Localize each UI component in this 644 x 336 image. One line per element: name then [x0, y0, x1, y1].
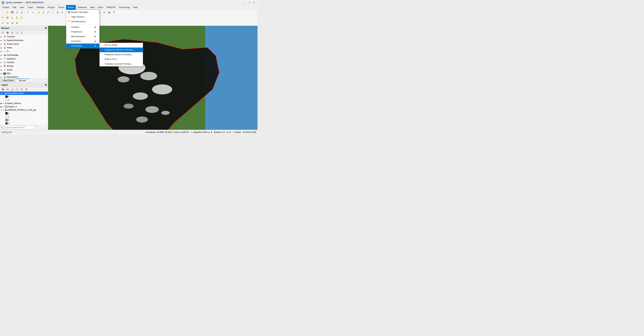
- history-btn[interactable]: 📜: [20, 15, 24, 20]
- menu-mmqgis[interactable]: MMQGIS: [105, 5, 117, 10]
- zoom-out-btn[interactable]: 🔎: [46, 10, 50, 14]
- maximize-button[interactable]: □: [248, 1, 252, 4]
- layers-open-attr-btn[interactable]: 📊: [10, 87, 14, 92]
- undo-btn[interactable]: ↩: [26, 10, 30, 14]
- browser-info-btn[interactable]: ℹ: [20, 30, 24, 35]
- magnifier-display[interactable]: 🔍 Magnifier 100% ▲ ▼: [190, 131, 212, 134]
- raster-menu-analysis[interactable]: Analysis ▶: [66, 25, 100, 29]
- reclassified-check[interactable]: ✓: [3, 92, 4, 94]
- browser-c-drive[interactable]: ▶ 📁 C:\: [0, 50, 48, 53]
- browser-mssql[interactable]: ▶ 🗄 MSSQL: [0, 64, 48, 68]
- browser-project-home[interactable]: ▶ 🏠 Project Home: [0, 42, 48, 46]
- layers-filter-btn[interactable]: 🔍: [15, 87, 19, 92]
- new-project-btn[interactable]: 📄: [1, 10, 5, 14]
- raster-menu-georef[interactable]: 📍 Georeferencer...: [66, 19, 100, 24]
- layers-settings-btn[interactable]: ⚙: [24, 87, 28, 92]
- submenu-polygonize[interactable]: → Polygonize (Raster to Vector)...: [100, 47, 143, 52]
- raster-menu-conversion[interactable]: Conversion ▶ → PCT to RGB... → Polygoniz…: [66, 43, 100, 48]
- snap2-btn[interactable]: ◎: [5, 21, 10, 25]
- browser-geopackage[interactable]: ▶ 📦 GeoPackage: [0, 53, 48, 57]
- layer-laplata[interactable]: ▶ ✓ ⬟ laplata_landuse: [0, 102, 48, 105]
- save-as-btn[interactable]: 📋: [15, 10, 19, 14]
- menu-plugins[interactable]: Plugins: [46, 5, 56, 10]
- menu-web[interactable]: Web: [88, 5, 96, 10]
- browser-home[interactable]: ▶ 🏠 Home: [0, 46, 48, 50]
- browser-resize-icon[interactable]: ⊞: [45, 27, 46, 29]
- rotation-display[interactable]: Rotation 0.0 ° ▲ ▼: [214, 131, 231, 134]
- raster-menu-miscellaneous[interactable]: Miscellaneous ▶: [66, 34, 100, 39]
- identify-btn[interactable]: ℹ: [60, 10, 64, 14]
- menu-processing[interactable]: Processing: [117, 5, 132, 10]
- print-btn[interactable]: 🖨: [20, 10, 24, 14]
- magnifier-up[interactable]: ▲: [208, 131, 210, 134]
- help-btn[interactable]: ❓: [112, 10, 116, 14]
- zoom-layer-btn[interactable]: ⊕: [55, 10, 60, 14]
- browser-spatialite[interactable]: ▶ 💎 SpatiaLite: [0, 57, 48, 61]
- raster-menu-calculator[interactable]: 🔢 Raster Calculator...: [66, 10, 100, 14]
- browser-wms-wmts[interactable]: ▶ 🌐 WMS/WMTS: [0, 75, 48, 79]
- snap3-btn[interactable]: ⊗: [10, 21, 14, 25]
- menu-edit[interactable]: Edit: [11, 5, 18, 10]
- browser-oracle[interactable]: ▶ ● Oracle: [0, 68, 48, 72]
- layers-resize-icon[interactable]: ⊞: [45, 84, 46, 86]
- menu-project[interactable]: Project: [1, 5, 11, 10]
- submenu-pct-to-rgb[interactable]: → PCT to RGB...: [100, 43, 143, 47]
- browser-refresh-btn[interactable]: ↻: [1, 30, 5, 35]
- style-btn[interactable]: 🎨: [5, 15, 10, 20]
- raster-menu-projections[interactable]: Projections ▶: [66, 29, 100, 34]
- locate-input[interactable]: [4, 126, 34, 129]
- submenu-rgb-to-pct[interactable]: → RGB to PCT...: [100, 57, 143, 62]
- render-toggle[interactable]: ✓ Render: [232, 131, 241, 134]
- close-button[interactable]: ✕: [252, 1, 256, 4]
- raster-menu-extraction[interactable]: Extraction ▶: [66, 39, 100, 43]
- plugin-btn[interactable]: 🔌: [107, 10, 111, 14]
- zoom-extent-btn[interactable]: ⬜: [51, 10, 55, 14]
- label-btn[interactable]: 🏷: [102, 10, 106, 14]
- raster-menu-align[interactable]: ⚡ Align Rasters...: [66, 14, 100, 19]
- open-project-btn[interactable]: 📂: [5, 10, 10, 14]
- layer-polygon-3[interactable]: ▶ ✓ polygon_3: [0, 105, 48, 108]
- browser-collapse-btn[interactable]: ⊟: [10, 30, 14, 35]
- menu-layer[interactable]: Layer: [26, 5, 35, 10]
- rotation-up[interactable]: ▲: [226, 131, 228, 134]
- scale-display[interactable]: Scale 1:214678 ▾: [174, 131, 189, 134]
- menu-vector[interactable]: Vector: [56, 5, 66, 10]
- browser-postgis[interactable]: ▶ 🐘 PostGIS: [0, 61, 48, 64]
- minimize-button[interactable]: ─: [243, 1, 247, 4]
- python-btn[interactable]: 🐍: [15, 15, 19, 20]
- pan-btn[interactable]: ✋: [36, 10, 41, 14]
- layer-w060[interactable]: ▼ ✓ ▦ W060S20_PROBAV_LC100_glo: [0, 108, 48, 112]
- layer-reclassified-raster[interactable]: ▼ ✓ ▦ Reclassified raster: [0, 92, 48, 95]
- scale-dropdown-icon[interactable]: ▾: [188, 131, 189, 134]
- w060-check[interactable]: ✓: [3, 109, 4, 111]
- layers-remove-btn[interactable]: ➖: [5, 87, 10, 92]
- crs-display[interactable]: 🌐 EPSG:4326: [242, 131, 256, 134]
- save-project-btn[interactable]: 💾: [10, 10, 14, 14]
- submenu-rasterize[interactable]: → Rasterize (Vector to Raster)...: [100, 52, 143, 57]
- tab-browser[interactable]: Browser: [16, 79, 29, 82]
- browser-bookmarks[interactable]: ▶ 🔖 Spatial Bookmarks: [0, 38, 48, 42]
- layers-collapse-btn[interactable]: ⊟: [20, 87, 24, 92]
- browser-favorites[interactable]: ▶ ★ Favorites: [0, 35, 48, 38]
- redo-btn[interactable]: ↪: [30, 10, 35, 14]
- browser-db2[interactable]: ▶ DB2 DB2: [0, 72, 48, 75]
- magnifier-down[interactable]: ▼: [210, 131, 212, 134]
- rotation-down[interactable]: ▼: [229, 131, 231, 134]
- snap-btn[interactable]: ⊙: [1, 21, 5, 25]
- menu-database[interactable]: Database: [76, 5, 88, 10]
- menu-help[interactable]: Help: [132, 5, 140, 10]
- menu-raster[interactable]: Raster: [66, 5, 76, 10]
- browser-filter-btn[interactable]: 🔍: [15, 30, 19, 35]
- menu-settings[interactable]: Settings: [35, 5, 46, 10]
- polygon3-check[interactable]: ✓: [2, 106, 4, 108]
- zoom-in-btn[interactable]: 🔍: [41, 10, 46, 14]
- menu-mesh[interactable]: Mesh: [96, 5, 105, 10]
- snap4-btn[interactable]: ⊕: [15, 21, 19, 25]
- laplata-check[interactable]: ✓: [2, 102, 4, 104]
- layers-add-btn[interactable]: ➕: [1, 87, 5, 92]
- menu-view[interactable]: View: [18, 5, 26, 10]
- submenu-translate[interactable]: → Translate (Convert Format)...: [100, 62, 143, 66]
- browser-add-btn[interactable]: ➕: [5, 30, 10, 35]
- layer-btn[interactable]: 📂: [1, 15, 5, 20]
- tab-layer-order[interactable]: Layer Order: [0, 79, 16, 82]
